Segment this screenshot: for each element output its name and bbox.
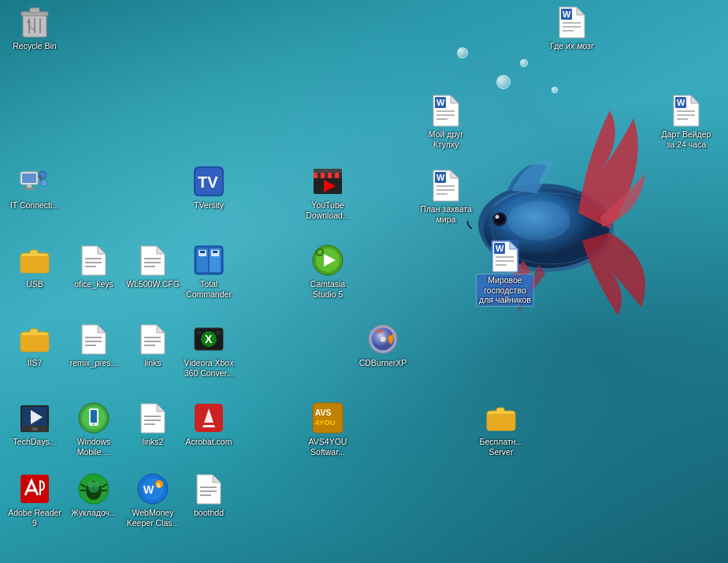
- svg-rect-43: [321, 172, 325, 178]
- svg-text:W: W: [677, 98, 685, 107]
- svg-rect-88: [39, 481, 41, 495]
- total-commander-icon[interactable]: Total Commander: [180, 244, 237, 300]
- moy-drug-image: W: [430, 95, 462, 126]
- svg-text:W: W: [563, 9, 571, 19]
- wl500w-icon[interactable]: WL500W.CFG: [124, 244, 181, 290]
- it-connectivity-icon[interactable]: IT Connecti...: [6, 166, 63, 211]
- svg-point-92: [87, 481, 94, 487]
- svg-point-55: [380, 336, 386, 342]
- it-connectivity-image: [19, 166, 50, 197]
- usb-label: USB: [24, 278, 45, 290]
- cdburner-image: XP: [367, 323, 399, 355]
- office-keys-image: [78, 244, 110, 276]
- adobe-reader-label: Adobe Reader 9: [6, 507, 63, 528]
- usb-image: [19, 244, 50, 276]
- dart-vader-image: W: [670, 95, 702, 126]
- mirovoe-icon[interactable]: W Мировое господство для чайников: [477, 240, 533, 306]
- svg-rect-36: [213, 251, 217, 253]
- besplatn-server-image: [485, 402, 517, 434]
- cdburner-icon[interactable]: XP CDBurnerXP: [355, 323, 411, 369]
- total-commander-label: Total Commander: [180, 278, 237, 300]
- boothdd-icon[interactable]: boothdd: [180, 473, 237, 519]
- svg-point-52: [318, 250, 322, 255]
- youtube-dl-icon[interactable]: YouTube Download...: [299, 166, 356, 221]
- windows-mobile-image: [78, 402, 110, 434]
- svg-rect-75: [32, 427, 38, 431]
- remix-pres-label: remix_pres...: [69, 357, 120, 369]
- links2-icon[interactable]: links2: [124, 402, 181, 448]
- svg-text:AVS: AVS: [315, 408, 332, 417]
- svg-text:W: W: [436, 98, 445, 107]
- mirovoe-image: W: [489, 240, 521, 272]
- svg-rect-16: [22, 173, 36, 183]
- tversity-image: TV: [193, 166, 225, 197]
- svg-text:4YOU: 4YOU: [315, 418, 336, 427]
- svg-text:W: W: [496, 244, 504, 253]
- acrobat-com-label: Acrobat.com: [184, 436, 234, 448]
- iis7-label: IIS7: [26, 357, 44, 369]
- svg-point-93: [94, 481, 100, 487]
- videora-xbox-icon[interactable]: X Videora Xbox 360 Conver...: [180, 323, 237, 378]
- iis7-image: [19, 323, 50, 355]
- svg-rect-11: [30, 8, 39, 13]
- office-keys-icon[interactable]: ofice_keys: [65, 244, 122, 290]
- plan-zahvata-image: W: [430, 170, 462, 201]
- plan-zahvata-label: План захвата мира: [418, 203, 474, 225]
- adobe-reader-icon[interactable]: Adobe Reader 9: [6, 473, 63, 528]
- links-image: [137, 323, 169, 355]
- links2-label: links2: [141, 436, 165, 448]
- it-connectivity-label: IT Connecti...: [9, 199, 61, 211]
- boothdd-image: [193, 473, 225, 505]
- links2-image: [137, 402, 169, 434]
- tversity-icon[interactable]: TV TVersity: [180, 166, 237, 211]
- camtasia-label: Camtasia Studio 5: [299, 278, 356, 300]
- mirovoe-label: Мировое господство для чайников: [477, 274, 533, 306]
- svg-text:W: W: [436, 173, 445, 182]
- moy-drug-icon[interactable]: W Мой друг Ктулху: [418, 95, 474, 150]
- recycle-bin-icon[interactable]: Recycle Bin: [6, 6, 63, 52]
- svg-rect-79: [91, 410, 97, 423]
- svg-rect-42: [314, 172, 318, 178]
- techdays-icon[interactable]: TechDays...: [6, 402, 63, 448]
- dart-vader-label: Дарт Вейдер за 24 часа: [658, 129, 715, 150]
- usb-icon[interactable]: USB: [6, 244, 63, 290]
- svg-text:W: W: [143, 483, 154, 496]
- recycle-bin-image: [19, 6, 50, 38]
- besplatn-server-label: Бесплатн... Server: [473, 436, 529, 457]
- remix-pres-icon[interactable]: remix_pres...: [65, 323, 122, 369]
- webmoney-icon[interactable]: W $ WebMoney Keeper Clas...: [124, 473, 181, 528]
- svg-rect-35: [200, 251, 205, 253]
- avs4you-image: AVS 4YOU: [312, 402, 344, 434]
- svg-rect-47: [314, 169, 342, 173]
- tversity-label: TVersity: [192, 199, 225, 211]
- windows-mobile-icon[interactable]: Windows Mobile ...: [65, 402, 122, 457]
- remix-pres-image: [78, 323, 110, 355]
- besplatn-server-icon[interactable]: Бесплатн... Server: [473, 402, 529, 457]
- svg-rect-18: [24, 188, 35, 190]
- cdburner-label: CDBurnerXP: [358, 357, 409, 369]
- techdays-label: TechDays...: [12, 436, 58, 448]
- camtasia-image: [312, 244, 344, 276]
- acrobat-com-image: [193, 402, 225, 434]
- wl500w-label: WL500W.CFG: [124, 278, 181, 290]
- avs4you-icon[interactable]: AVS 4YOU AVS4YOU Softwar...: [299, 402, 356, 457]
- gde-ih-mozg-icon[interactable]: W Где их мозг: [544, 6, 600, 52]
- wl500w-image: [137, 244, 169, 276]
- svg-text:XP: XP: [376, 329, 383, 334]
- plan-zahvata-icon[interactable]: W План захвата мира: [418, 170, 474, 225]
- gde-ih-mozg-image: W: [556, 6, 588, 38]
- dart-vader-icon[interactable]: W Дарт Вейдер за 24 часа: [658, 95, 715, 150]
- zhukla-label: Жукладоч...: [69, 507, 117, 519]
- recycle-bin-label: Recycle Bin: [11, 40, 58, 52]
- webmoney-label: WebMoney Keeper Clas...: [124, 507, 181, 528]
- links-icon[interactable]: links: [124, 323, 181, 369]
- videora-xbox-label: Videora Xbox 360 Conver...: [180, 357, 237, 378]
- acrobat-com-icon[interactable]: Acrobat.com: [180, 402, 237, 448]
- zhukla-icon[interactable]: Жукладоч...: [65, 473, 122, 519]
- total-commander-image: [193, 244, 225, 276]
- svg-point-20: [41, 180, 47, 186]
- svg-rect-45: [335, 172, 339, 178]
- iis7-icon[interactable]: IIS7: [6, 323, 63, 369]
- boothdd-label: boothdd: [192, 507, 225, 519]
- camtasia-icon[interactable]: Camtasia Studio 5: [299, 244, 356, 300]
